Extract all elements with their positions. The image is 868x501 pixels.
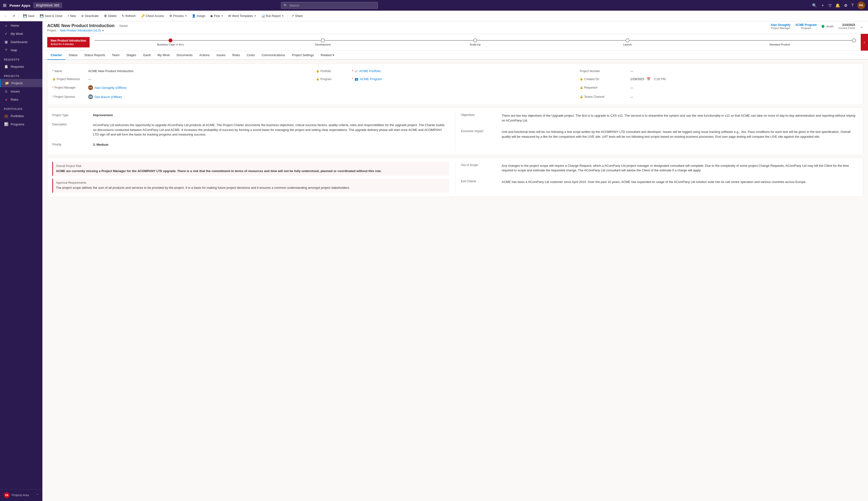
save-button[interactable]: 💾 Save <box>21 13 37 19</box>
sidebar-item-home[interactable]: ⌂ Home <box>0 21 42 30</box>
stage-label-4: Standard Product <box>770 43 790 46</box>
tab-risks[interactable]: Risks <box>229 51 243 60</box>
footer-chevron[interactable]: ⌃ <box>36 493 39 497</box>
app-label[interactable]: BrightWork 365 <box>33 2 62 8</box>
portfolio-icon: 🗂 <box>355 69 358 73</box>
stage-node-launch: Launch <box>551 39 703 46</box>
record-title: ACME New Product Introduction <box>47 23 115 28</box>
back-button[interactable]: ← <box>2 13 10 19</box>
breadcrumb-type: Project <box>47 29 56 32</box>
calendar-icon[interactable]: 📅 <box>647 77 650 81</box>
sidebar-label-risks: Risks <box>11 98 18 102</box>
tab-team[interactable]: Team <box>108 51 123 60</box>
footer-label: Projects Area <box>12 493 29 497</box>
flow-button[interactable]: ▶ Flow <box>208 13 225 19</box>
tab-gantt[interactable]: Gantt <box>139 51 154 60</box>
tab-issues[interactable]: Issues <box>213 51 229 60</box>
add-icon[interactable]: ＋ <box>821 3 825 8</box>
sidebar-item-my-work[interactable]: ✓ My Work <box>0 30 42 38</box>
sponsor-link[interactable]: Dan Bacon (Offline) <box>94 95 122 99</box>
stage-bar: New Product Introduction Active for 4 mi… <box>42 34 868 51</box>
avatar[interactable]: PA <box>857 1 865 9</box>
tab-status-reports[interactable]: Status Reports <box>81 51 108 60</box>
assign-button[interactable]: 👤 Assign <box>189 13 208 19</box>
refresh-button[interactable]: ↻ Refresh <box>119 13 138 19</box>
project-manager-link[interactable]: Alan Geraghty <box>771 23 791 26</box>
sidebar-item-portfolios[interactable]: 💼 Portfolios <box>0 112 42 120</box>
new-button[interactable]: + New <box>65 13 78 19</box>
pm-avatar: AG <box>88 85 93 90</box>
risks-icon: 🔺 <box>4 97 8 102</box>
settings-icon[interactable]: ⚙ <box>844 3 847 8</box>
objectives-row: Objectives There are two key objectives … <box>461 112 858 124</box>
tab-my-work[interactable]: My Work <box>154 51 173 60</box>
word-templates-button[interactable]: W Word Templates <box>226 13 258 19</box>
sidebar-label-issues: Issues <box>11 89 20 93</box>
program-link[interactable]: ACME Program <box>360 77 382 81</box>
portfolio-link[interactable]: ACME Portfolio <box>359 69 381 73</box>
sidebar-item-programs[interactable]: 📊 Programs <box>0 120 42 128</box>
sidebar-label-my-work: My Work <box>11 32 23 35</box>
description-row: Description AComPany Ltd welcomes the op… <box>52 121 449 138</box>
tab-stages[interactable]: Stages <box>123 51 139 60</box>
deactivate-button[interactable]: ⊘ Deactivate <box>79 13 101 19</box>
run-report-button[interactable]: 📊 Run Report <box>259 13 286 19</box>
lock-portfolio: 🔒 <box>316 70 320 73</box>
stage-label-1: Development <box>315 43 331 46</box>
waffle-icon[interactable]: ⊞ <box>3 3 7 8</box>
tab-related[interactable]: Related ▾ <box>317 51 337 60</box>
filter-icon[interactable]: ▽ <box>828 3 832 8</box>
label-project-type: Project Type <box>52 112 91 118</box>
tab-project-settings[interactable]: Project Settings <box>289 51 317 60</box>
tab-actions[interactable]: Actions <box>196 51 213 60</box>
pm-link[interactable]: Alan Geraghty (Offline) <box>94 86 127 89</box>
process-button[interactable]: ⚙ Process <box>167 13 189 19</box>
program-link[interactable]: ACME Program <box>795 23 817 26</box>
desc-grid: Project Type Improvement Description ACo… <box>52 112 858 151</box>
breadcrumb-sub[interactable]: New Product Introduction (v1.0) <box>60 29 101 32</box>
sidebar-item-help[interactable]: ? Help <box>0 46 42 54</box>
check-access-icon: 🔑 <box>141 14 145 18</box>
health-indicator <box>822 25 824 28</box>
sidebar-item-risks[interactable]: 🔺 Risks <box>0 95 42 104</box>
value-priority: 3. Medium <box>91 141 449 148</box>
breadcrumb-chevron[interactable]: ▾ <box>102 29 104 32</box>
share-button[interactable]: ↗ Share <box>289 13 305 19</box>
sidebar-item-dashboards[interactable]: ▦ Dashboards <box>0 38 42 46</box>
current-finish-date: 2/10/2023 <box>838 23 855 26</box>
lock-created-on: 🔒 <box>580 77 583 81</box>
sidebar-label-help: Help <box>11 49 17 52</box>
stage-node-standard: Standard Product <box>703 39 856 46</box>
main-layout: ⌂ Home ✓ My Work ▦ Dashboards ? Help Req… <box>0 21 868 501</box>
tab-charter[interactable]: Charter <box>47 51 65 60</box>
search-bar[interactable]: 🔍 Search <box>281 2 378 9</box>
refresh-nav-button[interactable]: ↺ <box>10 13 18 19</box>
tab-costs[interactable]: Costs <box>243 51 258 60</box>
tab-status[interactable]: Status <box>65 51 81 60</box>
search-icon-right[interactable]: 🔍 <box>812 3 817 8</box>
fields-grid: * Name ACME New Product Introduction 🔒 P… <box>52 68 858 101</box>
sidebar-label-portfolios: Portfolios <box>11 114 24 118</box>
top-nav-right: 🔍 ＋ ▽ 🔔 ⚙ ? PA <box>812 1 865 9</box>
saved-badge: - Saved <box>117 24 127 28</box>
value-teams-channel: --- <box>628 94 858 100</box>
tab-documents[interactable]: Documents <box>173 51 196 60</box>
help-icon[interactable]: ? <box>851 3 854 8</box>
fields-card: * Name ACME New Product Introduction 🔒 P… <box>47 64 863 105</box>
toolbar: ← ↺ 💾 Save 💾 Save & Close + New ⊘ Deacti… <box>0 11 868 21</box>
tab-communications[interactable]: Communications <box>258 51 289 60</box>
label-created-on: 🔒 Created On <box>580 76 628 82</box>
value-economic-impact: Unit and functional tests will be run fo… <box>500 128 858 140</box>
dashboards-icon: ▦ <box>4 40 8 44</box>
notification-icon[interactable]: 🔔 <box>835 3 840 8</box>
sponsor-avatar: DB <box>88 94 93 99</box>
check-access-button[interactable]: 🔑 Check Access <box>138 13 166 19</box>
sidebar-item-requests[interactable]: 📋 Requests <box>0 62 42 71</box>
save-close-button[interactable]: 💾 Save & Close <box>37 13 65 19</box>
deactivate-icon: ⊘ <box>81 14 84 18</box>
sidebar-item-projects[interactable]: 📁 Projects <box>0 79 42 87</box>
record-expand-chevron[interactable]: ⌄ <box>860 24 863 29</box>
sidebar-item-issues[interactable]: ⚠ Issues <box>0 87 42 95</box>
current-finish-label: Current Finish <box>838 26 855 30</box>
delete-button[interactable]: 🗑 Delete <box>102 13 119 19</box>
